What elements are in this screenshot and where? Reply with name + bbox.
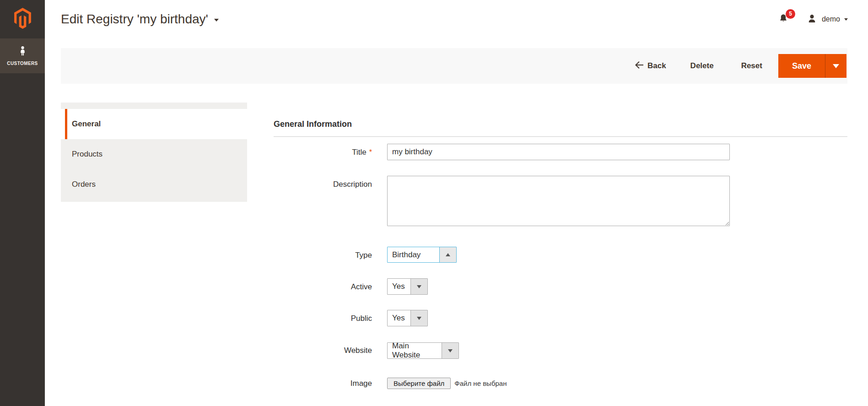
active-select-toggle[interactable] — [410, 279, 427, 294]
public-select[interactable]: Yes — [387, 310, 428, 326]
caret-down-icon — [448, 349, 453, 355]
reset-button[interactable]: Reset — [741, 61, 762, 70]
active-select-value: Yes — [388, 279, 410, 294]
public-select-toggle[interactable] — [410, 310, 427, 326]
website-select-value: Main Website — [388, 343, 442, 358]
field-row-title: Title* — [274, 144, 847, 160]
page-actions-toolbar: Back Delete Reset Save — [61, 48, 847, 84]
field-row-description: Description — [274, 176, 847, 226]
type-select-toggle[interactable] — [439, 247, 456, 262]
username: demo — [822, 15, 840, 23]
section-title: General Information — [274, 103, 847, 137]
save-options-button[interactable] — [825, 54, 846, 78]
admin-sidebar: CUSTOMERS — [0, 0, 45, 406]
customers-icon — [18, 46, 27, 59]
sidebar-item-customers[interactable]: CUSTOMERS — [0, 38, 45, 73]
save-button[interactable]: Save — [778, 54, 825, 78]
notifications-count-badge: 5 — [786, 9, 795, 19]
file-upload-button[interactable]: Выберите файл — [387, 378, 451, 389]
field-row-public: Public Yes — [274, 310, 847, 326]
magento-logo[interactable] — [0, 0, 45, 38]
page-header: Edit Registry 'my birthday' 5 — [45, 0, 868, 38]
field-row-type: Type Birthday — [274, 247, 847, 263]
tab-products[interactable]: Products — [61, 139, 247, 169]
notifications-button[interactable]: 5 — [778, 13, 788, 26]
field-row-website: Website Main Website — [274, 342, 847, 359]
user-caret-icon — [844, 18, 848, 22]
back-arrow-icon — [635, 61, 643, 71]
title-input[interactable] — [387, 144, 730, 160]
sidebar-item-label: CUSTOMERS — [7, 61, 38, 66]
admin-user-menu[interactable]: demo — [807, 13, 848, 26]
caret-down-icon — [417, 317, 421, 322]
type-select[interactable]: Birthday — [387, 247, 457, 263]
website-select-toggle[interactable] — [442, 343, 458, 358]
save-split-button: Save — [778, 54, 846, 78]
file-upload-status: Файл не выбран — [454, 379, 507, 387]
required-asterisk: * — [369, 148, 372, 156]
tab-orders[interactable]: Orders — [61, 169, 247, 200]
active-select[interactable]: Yes — [387, 278, 428, 295]
field-row-active: Active Yes — [274, 278, 847, 295]
description-label: Description — [274, 176, 372, 226]
bell-icon — [778, 17, 788, 25]
magento-logo-icon — [14, 8, 31, 31]
registry-tabs: General Products Orders — [61, 103, 247, 202]
image-label: Image — [274, 378, 372, 389]
website-label: Website — [274, 342, 372, 359]
active-label: Active — [274, 278, 372, 295]
type-select-value: Birthday — [388, 247, 439, 262]
website-select[interactable]: Main Website — [387, 342, 459, 359]
save-caret-icon — [833, 64, 839, 71]
type-label: Type — [274, 247, 372, 263]
general-information-form: General Information Title* Description — [274, 103, 847, 389]
description-textarea[interactable] — [387, 176, 730, 226]
public-select-value: Yes — [388, 310, 410, 326]
caret-down-icon — [417, 285, 421, 291]
caret-up-icon — [446, 251, 450, 256]
delete-button[interactable]: Delete — [690, 61, 714, 70]
public-label: Public — [274, 310, 372, 326]
back-button[interactable]: Back — [635, 61, 666, 71]
field-row-image: Image Выберите файл Файл не выбран — [274, 378, 847, 389]
tab-general[interactable]: General — [61, 109, 247, 139]
user-icon — [807, 13, 817, 26]
title-label: Title* — [274, 144, 372, 160]
title-caret-icon[interactable] — [214, 19, 219, 24]
page-title: Edit Registry 'my birthday' — [61, 12, 208, 27]
